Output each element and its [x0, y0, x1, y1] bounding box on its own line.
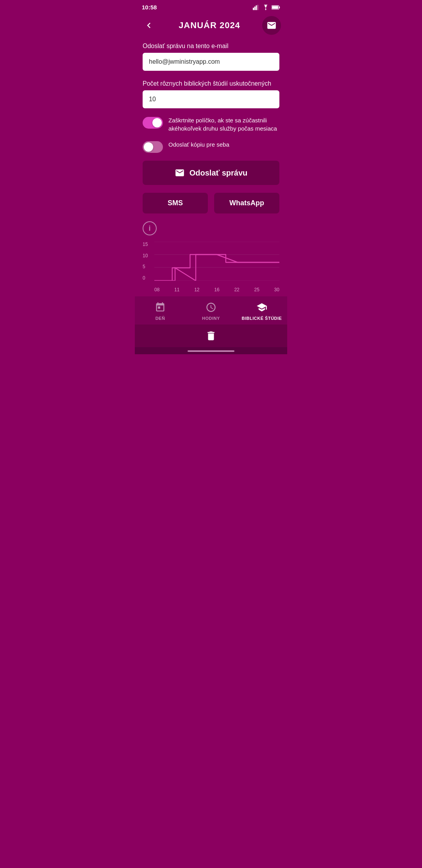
service-toggle[interactable] [143, 117, 163, 129]
status-icons [253, 5, 280, 10]
svg-rect-0 [253, 7, 254, 10]
status-time: 10:58 [142, 4, 157, 11]
svg-rect-2 [256, 5, 257, 10]
whatsapp-button[interactable]: WhatsApp [214, 193, 279, 213]
studies-input[interactable] [143, 90, 279, 108]
nav-label-hodiny: HODINY [202, 316, 220, 321]
nav-item-hodiny[interactable]: HODINY [186, 300, 236, 322]
x-label-08: 08 [154, 287, 159, 292]
x-label-16: 16 [214, 287, 219, 292]
page-title: JANUÁR 2024 [179, 20, 240, 30]
x-label-22: 22 [234, 287, 239, 292]
delete-button[interactable] [205, 330, 217, 342]
den-icon [155, 302, 166, 314]
email-label: Odoslať správu na tento e-mail [143, 43, 279, 50]
hodiny-icon [206, 302, 216, 314]
main-content: Odoslať správu na tento e-mail Počet rôz… [135, 43, 287, 292]
email-header-button[interactable] [262, 16, 281, 35]
home-indicator [135, 347, 287, 354]
x-label-25: 25 [254, 287, 259, 292]
x-label-30: 30 [274, 287, 279, 292]
home-bar [188, 350, 234, 352]
studies-label: Počet rôznych biblických štúdií uskutočn… [143, 80, 279, 87]
y-label-15: 15 [143, 242, 148, 247]
service-toggle-label: Zaškrtnite políčko, ak ste sa zúčastnili… [168, 116, 279, 133]
nav-item-biblicke[interactable]: BIBLICKÉ ŠTÚDIE [236, 300, 287, 322]
info-icon[interactable]: i [143, 221, 157, 235]
svg-point-4 [265, 9, 266, 10]
y-label-10: 10 [143, 253, 148, 258]
send-message-button[interactable]: Odoslať správu [143, 161, 279, 185]
nav-label-biblicke: BIBLICKÉ ŠTÚDIE [242, 316, 282, 321]
chart-area: 15 10 5 0 08 11 [143, 242, 279, 292]
wifi-icon [262, 5, 269, 10]
svg-rect-7 [272, 6, 278, 9]
nav-label-den: DEŇ [156, 316, 165, 321]
bottom-nav: DEŇ HODINY BIBLICKÉ ŠTÚDIE [135, 296, 287, 325]
y-label-5: 5 [143, 264, 148, 269]
svg-rect-3 [257, 5, 258, 10]
bottom-toolbar [135, 325, 287, 347]
svg-rect-1 [254, 6, 256, 10]
back-button[interactable] [141, 18, 157, 33]
biblicke-icon [256, 302, 267, 314]
chart-x-labels: 08 11 12 16 22 25 30 [154, 287, 279, 292]
chart-svg-wrap [154, 242, 279, 281]
email-input[interactable] [143, 53, 279, 71]
info-row: i [143, 221, 279, 235]
chart-y-labels: 15 10 5 0 [143, 242, 148, 281]
status-bar: 10:58 [135, 0, 287, 13]
sms-button[interactable]: SMS [143, 193, 208, 213]
x-label-12: 12 [194, 287, 199, 292]
x-label-11: 11 [174, 287, 179, 292]
header: JANUÁR 2024 [135, 13, 287, 41]
svg-rect-6 [279, 6, 280, 8]
copy-toggle[interactable] [143, 141, 163, 153]
copy-toggle-label: Odoslať kópiu pre seba [168, 140, 229, 149]
service-toggle-row: Zaškrtnite políčko, ak ste sa zúčastnili… [143, 116, 279, 133]
y-label-0: 0 [143, 275, 148, 281]
send-message-label: Odoslať správu [190, 169, 248, 178]
copy-toggle-row: Odoslať kópiu pre seba [143, 140, 279, 153]
battery-icon [272, 5, 280, 10]
secondary-buttons: SMS WhatsApp [143, 193, 279, 213]
nav-item-den[interactable]: DEŇ [135, 300, 186, 322]
signal-icon [253, 5, 260, 10]
